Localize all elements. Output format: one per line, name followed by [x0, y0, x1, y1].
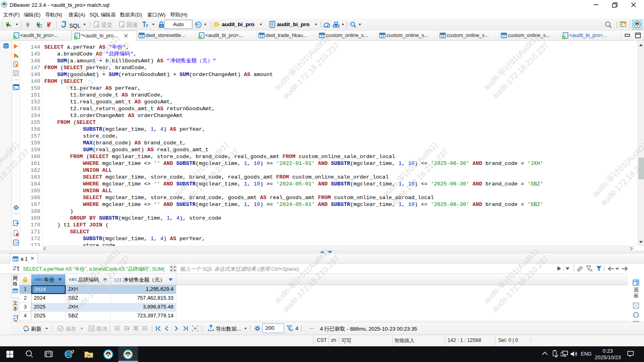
svg-text:(x): (x) — [14, 241, 19, 245]
